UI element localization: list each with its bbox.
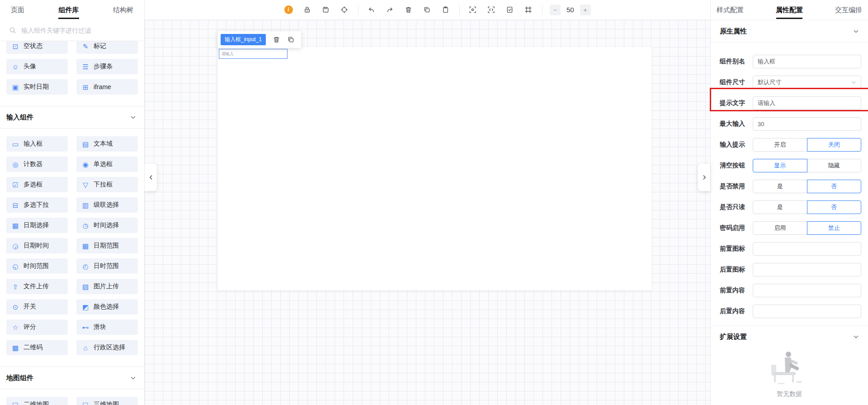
redo-button[interactable] [384,5,395,15]
component-item-file-upload[interactable]: ⇧ 文件上传 [6,279,68,294]
qrcode-icon: ▩ [12,344,19,351]
component-item-multi-select[interactable]: ⊟ 多选下拉 [6,197,68,213]
segment-option[interactable]: 是 [753,180,807,193]
component-item-input[interactable]: ▭ 输入框 [6,136,68,152]
component-item-checkbox[interactable]: ☑ 多选框 [6,177,68,192]
code-view-button[interactable] [486,5,496,15]
design-canvas[interactable]: 输入框_input_1 请输入 [145,20,710,405]
component-item-label: 日时范围 [94,262,119,270]
segment-option[interactable]: 禁止 [807,221,862,235]
zoom-out-button[interactable]: − [550,5,561,15]
copy-icon [423,6,431,14]
segment-option[interactable]: 否 [807,200,862,214]
component-item-avatar[interactable]: ☺ 头像 [6,59,68,74]
component-item-switch[interactable]: ⊙ 开关 [6,299,68,314]
duplicate-component-button[interactable] [287,36,295,43]
component-item-district-select[interactable]: ⌂ 行政区选择 [76,340,138,355]
component-item-empty-state[interactable]: ⊡ 空状态 [6,41,68,54]
component-item-textarea[interactable]: ▤ 文本域 [76,136,138,152]
tab-component-library[interactable]: 组件库 [59,6,79,14]
maxlength-input[interactable] [753,117,861,131]
search-input[interactable] [20,26,135,34]
empty-state: 暂无数据 [711,348,868,398]
size-select[interactable]: 默认尺寸 [753,76,861,89]
component-item-label: 输入框 [24,140,42,148]
field-label: 前置内容 [720,286,750,295]
tab-style-config[interactable]: 样式配置 [717,6,744,14]
alias-input[interactable] [753,55,861,68]
prefix-icon-input[interactable] [753,242,861,256]
undo-button[interactable] [366,5,377,15]
placeholder-input[interactable] [753,96,861,110]
component-item-cascader[interactable]: ▥ 级联选择 [76,197,138,213]
section-header-extend-settings[interactable]: 扩展设置 [711,325,868,348]
segment-option[interactable]: 是 [753,200,807,214]
component-item-counter[interactable]: ◎ 计数器 [6,157,68,172]
tab-structure-tree[interactable]: 结构树 [113,6,133,14]
field-label: 后置内容 [720,307,750,315]
component-item-iframe[interactable]: ⊞ iframe [76,79,138,95]
field-label: 组件尺寸 [720,78,750,86]
component-item-radio[interactable]: ◉ 单选框 [76,157,138,172]
chevron-down-icon [851,80,856,85]
field-label: 清空按钮 [720,162,750,170]
prefix-content-input[interactable] [753,284,861,297]
delete-button[interactable] [403,5,414,15]
target-button[interactable] [339,5,349,15]
section-header-native-props[interactable]: 原生属性 [711,20,868,43]
map-3d-icon: ◲ [82,401,89,405]
component-item-mark[interactable]: ✎ 标记 [76,41,138,54]
component-item-label: 日期时间 [24,242,49,250]
component-item-map-3d[interactable]: ◲ 三维地图 [76,397,138,405]
counter-icon: ◎ [12,161,19,168]
component-item-label: 空状态 [24,42,42,50]
page-artboard[interactable] [217,47,651,290]
collapse-left-panel-handle[interactable] [145,164,157,191]
tab-pages[interactable]: 页面 [11,6,24,14]
component-item-datetime-range[interactable]: ◴ 日时范围 [76,258,138,274]
delete-component-button[interactable] [273,36,280,43]
suffix-content-input[interactable] [753,305,861,318]
selected-input-component[interactable]: 请输入 [219,49,288,59]
segment-option[interactable]: 隐藏 [807,159,862,172]
tab-property-config[interactable]: 属性配置 [776,6,803,14]
preview-button[interactable] [467,5,478,15]
info-badge[interactable]: i [283,5,294,15]
copy-button[interactable] [421,5,432,15]
artboard-button[interactable] [523,5,533,15]
component-item-label: 颜色选择 [94,303,119,311]
component-item-rate[interactable]: ☆ 评分 [6,319,68,335]
component-item-steps[interactable]: ☰ 步骤条 [76,59,138,74]
component-item-qrcode[interactable]: ▩ 二维码 [6,340,68,355]
component-item-color-picker[interactable]: ◩ 颜色选择 [76,299,138,314]
segment-option[interactable]: 启用 [753,221,807,235]
component-name-chip[interactable]: 输入框_input_1 [221,34,266,45]
field-row-prefix-content: 前置内容 [720,284,861,297]
component-item-slider[interactable]: ⊷ 滑块 [76,319,138,335]
zoom-in-button[interactable]: + [580,5,591,15]
suffix-icon-input[interactable] [753,263,861,276]
component-item-time-picker[interactable]: ◷ 时间选择 [76,218,138,233]
component-item-date-picker[interactable]: ▦ 日期选择 [6,218,68,233]
component-item-date-range[interactable]: ▦ 日期范围 [76,238,138,253]
component-item-map-2d[interactable]: ◱ 二维地图 [6,397,68,405]
component-item-datetime-picker[interactable]: ◶ 日期时间 [6,238,68,253]
component-item-time-range[interactable]: ◵ 时间范围 [6,258,68,274]
segment-option[interactable]: 开启 [753,138,807,152]
paste-button[interactable] [440,5,451,15]
lock-button[interactable] [302,5,312,15]
collapse-right-panel-handle[interactable] [698,164,710,191]
field-row-size: 组件尺寸 默认尺寸 [720,76,861,89]
tab-interaction-config[interactable]: 交互编排 [835,6,862,14]
component-item-image-upload[interactable]: ▧ 图片上传 [76,279,138,294]
segment-option[interactable]: 关闭 [807,138,862,152]
group-header-input-components[interactable]: 输入组件 [0,106,144,129]
component-item-realtime-date[interactable]: ▣ 实时日期 [6,79,68,95]
group-header-map-components[interactable]: 地图组件 [0,367,144,389]
document-check-icon [506,6,514,14]
segment-option[interactable]: 显示 [753,159,807,172]
save-button[interactable] [320,5,331,15]
component-item-select[interactable]: ▽ 下拉框 [76,177,138,192]
segment-option[interactable]: 否 [807,180,862,193]
page-check-button[interactable] [504,5,515,15]
